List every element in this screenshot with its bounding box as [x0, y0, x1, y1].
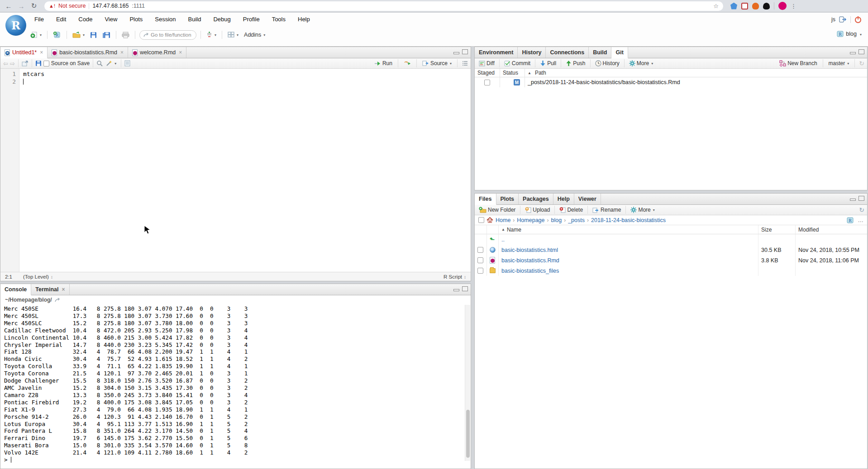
file-checkbox[interactable]	[477, 268, 483, 274]
open-file-button[interactable]	[71, 31, 86, 39]
file-link[interactable]: basic-biostatistics_files	[501, 268, 559, 274]
git-file-row[interactable]: M _posts/2018-11-24-basic-biostatistics/…	[475, 77, 867, 87]
tab-history[interactable]: History	[518, 47, 546, 58]
refresh-icon[interactable]: ↻	[859, 60, 864, 67]
tab-packages[interactable]: Packages	[519, 194, 553, 204]
document-outline-icon[interactable]	[462, 61, 468, 66]
breadcrumb-posts[interactable]: _posts	[568, 217, 585, 223]
save-icon[interactable]	[35, 60, 42, 66]
menu-file[interactable]: File	[34, 16, 44, 23]
console-prompt[interactable]: >	[4, 456, 471, 464]
upload-button[interactable]: Upload	[524, 206, 551, 214]
workspace-panes-button[interactable]	[226, 31, 240, 39]
browser-menu-icon[interactable]: ⋮	[791, 3, 796, 9]
close-tab-icon[interactable]	[39, 49, 43, 56]
addins-button[interactable]: Addins	[243, 31, 267, 39]
code-editor[interactable]: 1 2 mtcars	[0, 69, 471, 272]
tab-untitled1[interactable]: R Untitled1*	[0, 47, 48, 58]
maximize-pane-icon[interactable]	[858, 49, 864, 54]
new-file-button[interactable]	[29, 30, 43, 39]
close-tab-icon[interactable]	[178, 49, 182, 56]
diff-button[interactable]: Diff	[477, 59, 496, 67]
column-status[interactable]: Status	[500, 69, 525, 77]
popout-window-icon[interactable]	[22, 61, 29, 66]
minimize-pane-icon[interactable]	[850, 52, 856, 54]
goto-directory-icon[interactable]	[55, 298, 61, 303]
menu-tools[interactable]: Tools	[272, 16, 286, 23]
scrollbar-thumb[interactable]	[466, 410, 470, 458]
file-link[interactable]: basic-biostatistics.Rmd	[501, 257, 559, 264]
maximize-pane-icon[interactable]	[462, 49, 468, 54]
tab-terminal[interactable]: Terminal	[31, 284, 69, 295]
column-modified[interactable]: Modified	[796, 225, 867, 234]
print-button[interactable]	[120, 31, 131, 39]
menu-build[interactable]: Build	[188, 16, 201, 23]
compile-report-icon[interactable]	[124, 60, 130, 66]
select-all-checkbox[interactable]	[478, 217, 484, 223]
menu-code[interactable]: Code	[78, 16, 92, 23]
home-icon[interactable]	[486, 217, 493, 223]
git-more-button[interactable]: More	[628, 59, 654, 67]
tab-viewer[interactable]: Viewer	[574, 194, 601, 204]
version-control-button[interactable]	[205, 30, 218, 39]
quit-session-icon[interactable]	[854, 16, 862, 23]
delete-button[interactable]: Delete	[558, 206, 584, 214]
minimize-pane-icon[interactable]	[850, 199, 856, 201]
history-button[interactable]: History	[594, 59, 621, 67]
tab-console[interactable]: Console	[0, 284, 31, 295]
maximize-pane-icon[interactable]	[858, 196, 864, 201]
branch-selector[interactable]: master	[827, 59, 851, 67]
file-row-html[interactable]: basic-biostatistics.html 30.5 KB Nov 24,…	[475, 245, 867, 255]
source-on-save-checkbox[interactable]	[43, 61, 49, 66]
scope-selector[interactable]: (Top Level)	[23, 274, 53, 280]
commit-button[interactable]: Commit	[503, 59, 532, 67]
rerun-button[interactable]	[402, 60, 412, 67]
new-branch-button[interactable]: New Branch	[778, 59, 818, 67]
tab-build[interactable]: Build	[589, 47, 611, 58]
breadcrumb-blog[interactable]: blog	[551, 217, 562, 223]
project-directory-icon[interactable]: R	[847, 217, 854, 223]
breadcrumb-current-folder[interactable]: 2018-11-24-basic-biostatistics	[591, 217, 666, 223]
column-size[interactable]: Size	[758, 225, 796, 234]
project-selector[interactable]: R blog	[837, 31, 862, 37]
console-output[interactable]: Merc 450SE 16.4 8 275.8 180 3.07 4.070 1…	[0, 304, 471, 464]
staged-checkbox[interactable]	[484, 80, 490, 85]
tab-git[interactable]: Git	[611, 47, 628, 58]
bookmark-star-icon[interactable]: ☆	[713, 3, 719, 9]
new-project-button[interactable]: R	[52, 30, 62, 39]
menu-profile[interactable]: Profile	[243, 16, 260, 23]
file-type-selector[interactable]: R Script	[444, 274, 466, 280]
extension-blue-icon[interactable]	[730, 3, 737, 9]
file-link[interactable]: ..	[501, 237, 505, 243]
console-scrollbar[interactable]	[465, 305, 470, 461]
save-button[interactable]	[89, 31, 98, 39]
menu-help[interactable]: Help	[298, 16, 310, 23]
tab-basic-biostatistics-rmd[interactable]: basic-biostatistics.Rmd	[48, 47, 128, 58]
tab-connections[interactable]: Connections	[546, 47, 589, 58]
close-tab-icon[interactable]	[61, 286, 65, 293]
column-name[interactable]: Name	[499, 225, 758, 234]
push-button[interactable]: Push	[564, 59, 587, 67]
menu-view[interactable]: View	[105, 16, 117, 23]
ellipsis-icon[interactable]: …	[858, 217, 864, 223]
find-replace-icon[interactable]	[96, 60, 103, 66]
nav-back-icon[interactable]: ⇦	[3, 60, 8, 67]
column-path[interactable]: Path	[525, 69, 867, 77]
menu-debug[interactable]: Debug	[213, 16, 230, 23]
tab-help[interactable]: Help	[553, 194, 574, 204]
rename-button[interactable]: Rename	[591, 206, 622, 214]
minimize-pane-icon[interactable]	[453, 289, 459, 291]
code-tools-button[interactable]	[105, 59, 118, 67]
file-row-up[interactable]: ⬑ ..	[475, 234, 867, 245]
tab-welcome-rmd[interactable]: welcome.Rmd	[128, 47, 186, 58]
files-more-button[interactable]: More	[629, 206, 656, 214]
extension-door-icon[interactable]	[741, 3, 748, 9]
extension-gnome-foot-icon[interactable]	[763, 3, 770, 9]
column-staged[interactable]: Staged	[475, 69, 500, 77]
file-checkbox[interactable]	[477, 247, 483, 253]
file-checkbox[interactable]	[477, 257, 483, 263]
browser-profile-avatar[interactable]	[778, 2, 787, 10]
goto-file-input[interactable]	[151, 32, 192, 38]
tab-plots[interactable]: Plots	[496, 194, 519, 204]
minimize-pane-icon[interactable]	[453, 52, 459, 54]
